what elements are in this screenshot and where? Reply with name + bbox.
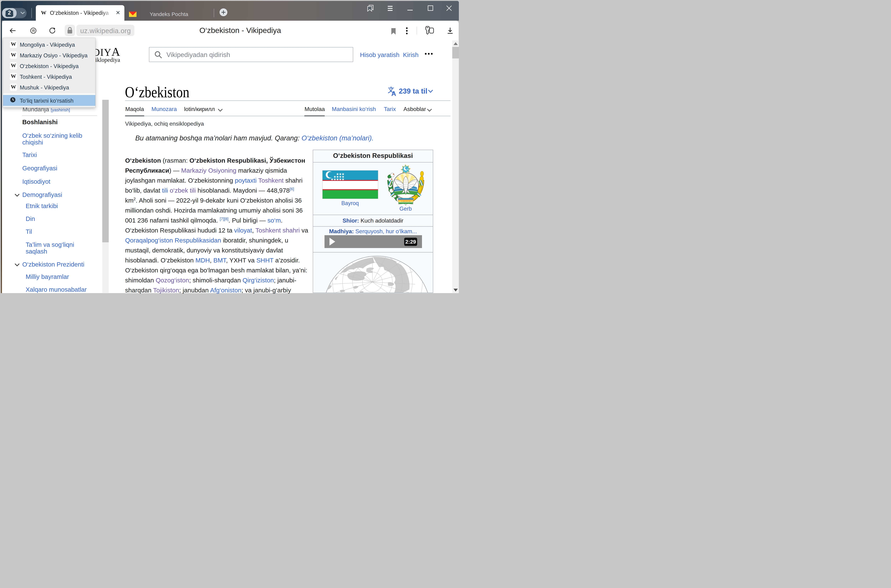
svg-text:O‘ZBEKISTON: O‘ZBEKISTON	[401, 201, 410, 202]
svg-text:Я: Я	[32, 28, 35, 33]
svg-text:A: A	[392, 90, 396, 96]
